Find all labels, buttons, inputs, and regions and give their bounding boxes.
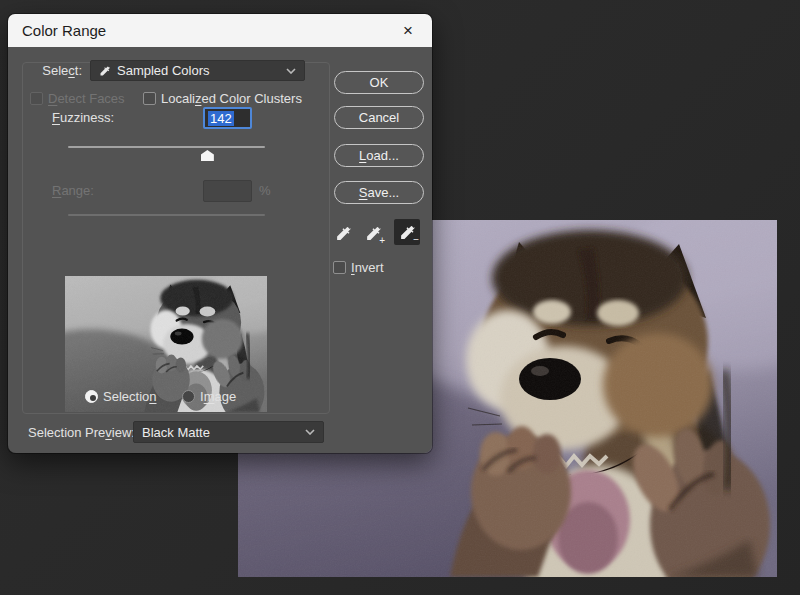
invert-label: Invert <box>351 260 384 275</box>
save-button[interactable]: Save... <box>334 181 424 204</box>
photoshop-workspace: Color Range × Select: Sampled Colors Det… <box>0 0 800 595</box>
image-radio-label: Image <box>200 389 236 404</box>
save-button-label: Save... <box>359 185 399 200</box>
selection-preview-dropdown[interactable]: Black Matte <box>133 421 324 443</box>
load-button[interactable]: Load... <box>334 144 424 167</box>
range-slider-track <box>68 214 265 216</box>
eyedropper-sample-button[interactable] <box>330 220 356 246</box>
chevron-down-icon <box>286 68 296 74</box>
ok-button[interactable]: OK <box>334 71 424 94</box>
load-button-label: Load... <box>359 148 399 163</box>
fuzziness-value: 142 <box>208 111 234 126</box>
localized-clusters-label: Localized Color Clusters <box>161 91 302 106</box>
dialog-body: Select: Sampled Colors Detect Faces Loca… <box>8 47 432 453</box>
eyedropper-icon <box>335 225 352 242</box>
eyedropper-subtract-button[interactable]: − <box>394 219 420 245</box>
dialog-titlebar[interactable]: Color Range × <box>8 14 432 47</box>
selection-preview-label: Selection Preview: <box>28 425 135 440</box>
eyedropper-add-button[interactable]: + <box>360 220 386 246</box>
cancel-button[interactable]: Cancel <box>334 106 424 129</box>
selection-radio[interactable] <box>85 390 98 403</box>
ok-button-label: OK <box>370 75 389 90</box>
close-icon[interactable]: × <box>390 14 426 47</box>
cancel-button-label: Cancel <box>359 110 399 125</box>
color-range-dialog: Color Range × Select: Sampled Colors Det… <box>8 14 432 453</box>
plus-modifier: + <box>379 236 385 246</box>
fuzziness-input[interactable]: 142 <box>203 107 252 129</box>
select-label: Select: <box>22 63 82 78</box>
range-input <box>203 180 252 202</box>
select-dropdown-value: Sampled Colors <box>117 63 280 78</box>
select-dropdown[interactable]: Sampled Colors <box>90 60 305 81</box>
selection-preview-value: Black Matte <box>142 425 299 440</box>
range-unit: % <box>259 183 271 198</box>
localized-clusters-checkbox[interactable] <box>143 92 156 105</box>
chevron-down-icon <box>305 429 315 435</box>
fuzziness-slider-track[interactable] <box>68 146 265 148</box>
dialog-title: Color Range <box>22 22 106 39</box>
fuzziness-label: Fuzziness: <box>52 110 114 125</box>
minus-modifier: − <box>413 235 419 245</box>
invert-checkbox[interactable] <box>333 261 346 274</box>
image-radio[interactable] <box>182 390 195 403</box>
detect-faces-checkbox[interactable] <box>30 92 43 105</box>
selection-radio-label: Selection <box>103 389 156 404</box>
eyedropper-icon <box>99 65 111 77</box>
detect-faces-label: Detect Faces <box>48 91 125 106</box>
range-label: Range: <box>52 183 94 198</box>
